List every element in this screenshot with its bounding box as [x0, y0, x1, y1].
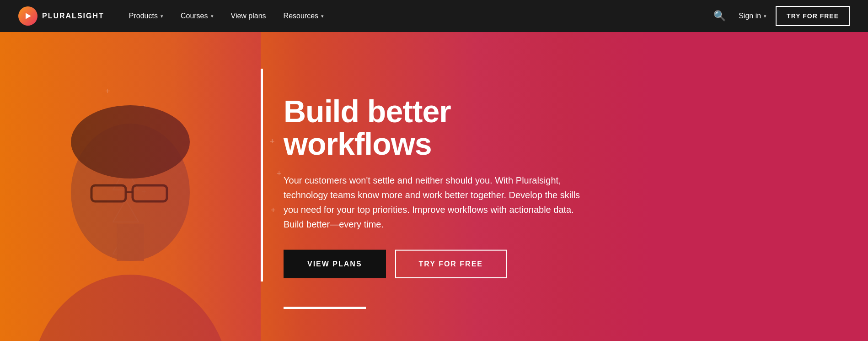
logo-icon — [18, 6, 38, 26]
hero-description: Your customers won't settle and neither … — [284, 173, 585, 232]
try-for-free-button[interactable]: TRY FOR FREE — [776, 6, 850, 26]
chevron-down-icon: ▾ — [211, 13, 214, 19]
hero-title: Build better workflows — [284, 95, 604, 160]
nav-item-courses[interactable]: Courses ▾ — [174, 8, 220, 24]
person-color-overlay — [0, 32, 261, 341]
hero-person-image — [0, 32, 261, 341]
chevron-down-icon: ▾ — [161, 13, 163, 19]
chevron-down-icon: ▾ — [764, 13, 766, 19]
search-icon: 🔍 — [713, 10, 726, 22]
nav-item-products[interactable]: Products ▾ — [123, 8, 170, 24]
main-nav: PLURALSIGHT Products ▾ Courses ▾ View pl… — [0, 0, 868, 32]
nav-right: 🔍 Sign in ▾ TRY FOR FREE — [710, 6, 850, 26]
hero-buttons: VIEW PLANS TRY FOR FREE — [284, 250, 604, 278]
svg-marker-0 — [26, 13, 31, 19]
brand-name: PLURALSIGHT — [42, 12, 104, 20]
search-button[interactable]: 🔍 — [710, 6, 729, 26]
logo-link[interactable]: PLURALSIGHT — [18, 6, 104, 26]
chevron-down-icon: ▾ — [321, 13, 324, 19]
nav-item-view-plans[interactable]: View plans — [225, 8, 273, 24]
hero-content: Build better workflows Your customers wo… — [284, 95, 604, 278]
view-plans-button[interactable]: VIEW PLANS — [284, 250, 386, 278]
signin-button[interactable]: Sign in ▾ — [739, 12, 766, 20]
nav-links: Products ▾ Courses ▾ View plans Resource… — [123, 8, 710, 24]
try-free-hero-button[interactable]: TRY FOR FREE — [395, 250, 507, 278]
nav-item-resources[interactable]: Resources ▾ — [277, 8, 330, 24]
hero-section: + + + + + + + + + + — [0, 32, 868, 341]
